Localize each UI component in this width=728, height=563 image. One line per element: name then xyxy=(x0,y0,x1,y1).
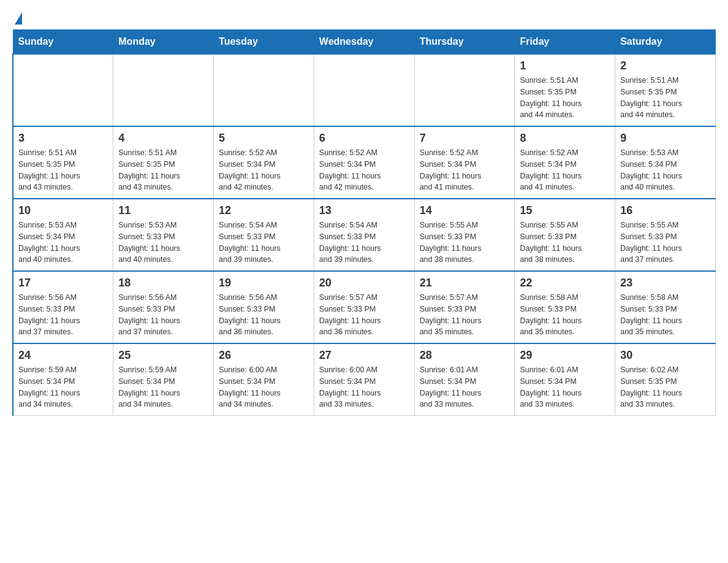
day-info: Sunrise: 6:02 AMSunset: 5:35 PMDaylight:… xyxy=(620,364,710,410)
day-number: 9 xyxy=(620,132,710,145)
day-info: Sunrise: 5:53 AMSunset: 5:34 PMDaylight:… xyxy=(620,147,710,193)
day-info: Sunrise: 5:58 AMSunset: 5:33 PMDaylight:… xyxy=(620,292,710,338)
calendar-week-row: 1Sunrise: 5:51 AMSunset: 5:35 PMDaylight… xyxy=(13,54,716,126)
day-number: 29 xyxy=(520,349,610,362)
day-info: Sunrise: 5:55 AMSunset: 5:33 PMDaylight:… xyxy=(520,220,610,266)
day-info: Sunrise: 6:01 AMSunset: 5:34 PMDaylight:… xyxy=(420,364,510,410)
day-number: 24 xyxy=(18,349,108,362)
day-info: Sunrise: 5:52 AMSunset: 5:34 PMDaylight:… xyxy=(520,147,610,193)
table-row: 16Sunrise: 5:55 AMSunset: 5:33 PMDayligh… xyxy=(615,199,716,271)
calendar-week-row: 24Sunrise: 5:59 AMSunset: 5:34 PMDayligh… xyxy=(13,343,716,416)
col-saturday: Saturday xyxy=(615,30,716,55)
table-row: 1Sunrise: 5:51 AMSunset: 5:35 PMDaylight… xyxy=(515,54,615,126)
table-row: 5Sunrise: 5:52 AMSunset: 5:34 PMDaylight… xyxy=(214,126,314,199)
day-number: 23 xyxy=(620,277,710,289)
day-info: Sunrise: 6:01 AMSunset: 5:34 PMDaylight:… xyxy=(520,364,610,410)
col-friday: Friday xyxy=(515,30,615,55)
logo xyxy=(12,12,22,23)
table-row: 29Sunrise: 6:01 AMSunset: 5:34 PMDayligh… xyxy=(515,343,615,416)
day-info: Sunrise: 6:00 AMSunset: 5:34 PMDaylight:… xyxy=(319,364,409,410)
col-thursday: Thursday xyxy=(414,30,515,55)
calendar-week-row: 3Sunrise: 5:51 AMSunset: 5:35 PMDaylight… xyxy=(13,126,716,199)
table-row: 24Sunrise: 5:59 AMSunset: 5:34 PMDayligh… xyxy=(13,343,113,416)
calendar-week-row: 10Sunrise: 5:53 AMSunset: 5:34 PMDayligh… xyxy=(13,199,716,271)
day-info: Sunrise: 5:52 AMSunset: 5:34 PMDaylight:… xyxy=(420,147,510,193)
day-info: Sunrise: 5:54 AMSunset: 5:33 PMDaylight:… xyxy=(319,220,409,266)
day-number: 27 xyxy=(319,349,409,362)
table-row: 30Sunrise: 6:02 AMSunset: 5:35 PMDayligh… xyxy=(615,343,716,416)
table-row xyxy=(13,54,113,126)
table-row: 18Sunrise: 5:56 AMSunset: 5:33 PMDayligh… xyxy=(113,271,214,343)
table-row xyxy=(113,54,214,126)
day-info: Sunrise: 5:52 AMSunset: 5:34 PMDaylight:… xyxy=(319,147,409,193)
table-row: 27Sunrise: 6:00 AMSunset: 5:34 PMDayligh… xyxy=(314,343,414,416)
table-row: 4Sunrise: 5:51 AMSunset: 5:35 PMDaylight… xyxy=(113,126,214,199)
day-number: 1 xyxy=(520,59,610,72)
day-info: Sunrise: 5:55 AMSunset: 5:33 PMDaylight:… xyxy=(620,220,710,266)
day-number: 14 xyxy=(420,204,510,217)
day-number: 7 xyxy=(420,132,510,145)
day-info: Sunrise: 5:58 AMSunset: 5:33 PMDaylight:… xyxy=(520,292,610,338)
table-row: 26Sunrise: 6:00 AMSunset: 5:34 PMDayligh… xyxy=(214,343,314,416)
day-info: Sunrise: 5:56 AMSunset: 5:33 PMDaylight:… xyxy=(118,292,208,338)
table-row xyxy=(214,54,314,126)
day-number: 3 xyxy=(18,132,108,145)
day-number: 2 xyxy=(620,59,710,72)
table-row: 19Sunrise: 5:56 AMSunset: 5:33 PMDayligh… xyxy=(214,271,314,343)
day-number: 6 xyxy=(319,132,409,145)
col-monday: Monday xyxy=(113,30,214,55)
table-row: 2Sunrise: 5:51 AMSunset: 5:35 PMDaylight… xyxy=(615,54,716,126)
day-number: 21 xyxy=(420,277,510,289)
table-row: 12Sunrise: 5:54 AMSunset: 5:33 PMDayligh… xyxy=(214,199,314,271)
day-number: 5 xyxy=(219,132,309,145)
table-row: 28Sunrise: 6:01 AMSunset: 5:34 PMDayligh… xyxy=(414,343,515,416)
table-row: 10Sunrise: 5:53 AMSunset: 5:34 PMDayligh… xyxy=(13,199,113,271)
day-info: Sunrise: 5:53 AMSunset: 5:34 PMDaylight:… xyxy=(18,220,108,266)
day-number: 25 xyxy=(118,349,208,362)
calendar-week-row: 17Sunrise: 5:56 AMSunset: 5:33 PMDayligh… xyxy=(13,271,716,343)
day-number: 11 xyxy=(118,204,208,217)
day-info: Sunrise: 5:51 AMSunset: 5:35 PMDaylight:… xyxy=(520,75,610,121)
day-info: Sunrise: 5:53 AMSunset: 5:33 PMDaylight:… xyxy=(118,220,208,266)
day-number: 8 xyxy=(520,132,610,145)
day-info: Sunrise: 5:59 AMSunset: 5:34 PMDaylight:… xyxy=(18,364,108,410)
col-sunday: Sunday xyxy=(13,30,113,55)
day-number: 26 xyxy=(219,349,309,362)
day-info: Sunrise: 5:55 AMSunset: 5:33 PMDaylight:… xyxy=(420,220,510,266)
day-number: 13 xyxy=(319,204,409,217)
table-row xyxy=(414,54,515,126)
table-row: 14Sunrise: 5:55 AMSunset: 5:33 PMDayligh… xyxy=(414,199,515,271)
day-number: 30 xyxy=(620,349,710,362)
calendar-header-row: Sunday Monday Tuesday Wednesday Thursday… xyxy=(13,30,716,55)
day-number: 20 xyxy=(319,277,409,289)
table-row: 3Sunrise: 5:51 AMSunset: 5:35 PMDaylight… xyxy=(13,126,113,199)
table-row: 6Sunrise: 5:52 AMSunset: 5:34 PMDaylight… xyxy=(314,126,414,199)
col-wednesday: Wednesday xyxy=(314,30,414,55)
table-row: 8Sunrise: 5:52 AMSunset: 5:34 PMDaylight… xyxy=(515,126,615,199)
day-number: 15 xyxy=(520,204,610,217)
table-row: 23Sunrise: 5:58 AMSunset: 5:33 PMDayligh… xyxy=(615,271,716,343)
day-info: Sunrise: 5:52 AMSunset: 5:34 PMDaylight:… xyxy=(219,147,309,193)
day-info: Sunrise: 5:59 AMSunset: 5:34 PMDaylight:… xyxy=(118,364,208,410)
table-row xyxy=(314,54,414,126)
table-row: 15Sunrise: 5:55 AMSunset: 5:33 PMDayligh… xyxy=(515,199,615,271)
day-number: 22 xyxy=(520,277,610,289)
day-info: Sunrise: 5:54 AMSunset: 5:33 PMDaylight:… xyxy=(219,220,309,266)
day-number: 18 xyxy=(118,277,208,289)
day-number: 12 xyxy=(219,204,309,217)
day-info: Sunrise: 5:51 AMSunset: 5:35 PMDaylight:… xyxy=(18,147,108,193)
table-row: 22Sunrise: 5:58 AMSunset: 5:33 PMDayligh… xyxy=(515,271,615,343)
day-number: 19 xyxy=(219,277,309,289)
table-row: 7Sunrise: 5:52 AMSunset: 5:34 PMDaylight… xyxy=(414,126,515,199)
table-row: 21Sunrise: 5:57 AMSunset: 5:33 PMDayligh… xyxy=(414,271,515,343)
table-row: 9Sunrise: 5:53 AMSunset: 5:34 PMDaylight… xyxy=(615,126,716,199)
calendar-table: Sunday Monday Tuesday Wednesday Thursday… xyxy=(12,29,716,416)
day-number: 16 xyxy=(620,204,710,217)
day-info: Sunrise: 5:51 AMSunset: 5:35 PMDaylight:… xyxy=(620,75,710,121)
table-row: 20Sunrise: 5:57 AMSunset: 5:33 PMDayligh… xyxy=(314,271,414,343)
col-tuesday: Tuesday xyxy=(214,30,314,55)
table-row: 25Sunrise: 5:59 AMSunset: 5:34 PMDayligh… xyxy=(113,343,214,416)
table-row: 13Sunrise: 5:54 AMSunset: 5:33 PMDayligh… xyxy=(314,199,414,271)
table-row: 17Sunrise: 5:56 AMSunset: 5:33 PMDayligh… xyxy=(13,271,113,343)
day-number: 10 xyxy=(18,204,108,217)
